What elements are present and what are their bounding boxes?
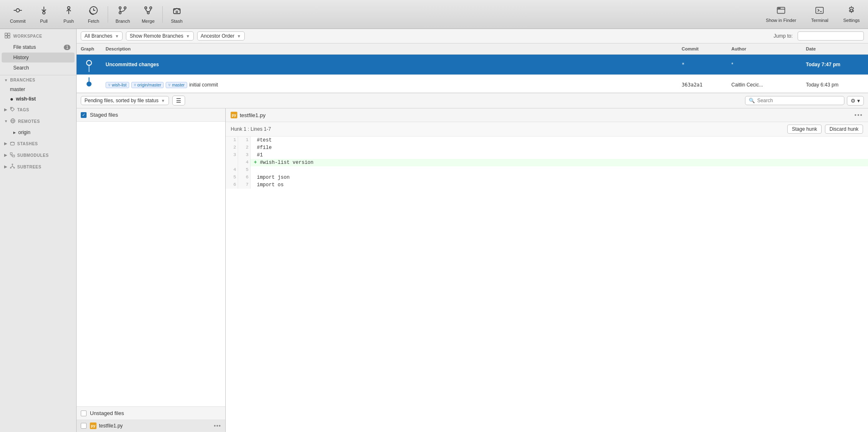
list-item[interactable]: py testfile1.py ••• xyxy=(77,420,225,432)
hunk-label: Hunk 1 : Lines 1-7 xyxy=(231,126,784,132)
line-code: #1 xyxy=(251,151,868,159)
jump-to-label: Jump to: xyxy=(774,33,793,39)
branches-header[interactable]: ▼ BRANCHES xyxy=(0,75,76,85)
unstaged-checkbox[interactable] xyxy=(81,410,87,416)
diff-line: 5 6 import json xyxy=(226,174,868,181)
finder-icon xyxy=(776,6,786,17)
sidebar-item-search[interactable]: Search xyxy=(2,63,75,73)
new-line-num: 2 xyxy=(238,144,251,151)
toolbar: Commit Pull Push xyxy=(0,0,868,29)
subtrees-header[interactable]: ▶ SUBTREES xyxy=(0,161,76,173)
svg-point-9 xyxy=(124,7,126,9)
merge-icon xyxy=(143,5,153,18)
jump-to-input[interactable] xyxy=(798,31,864,41)
date-1: Today 6:43 pm xyxy=(802,75,868,93)
discard-hunk-button[interactable]: Discard hunk xyxy=(825,125,863,134)
unstaged-header: Unstaged files xyxy=(77,406,225,420)
origin-expand: ▶ xyxy=(13,131,16,134)
file-status-label: File status xyxy=(13,44,36,50)
header-description: Description xyxy=(101,45,678,53)
submodules-section: ▶ SUBMODULES xyxy=(0,149,76,161)
search-input[interactable] xyxy=(757,98,841,103)
table-row[interactable]: ⑂ wish-list ⑂ origin/master ⑂ master ini… xyxy=(77,75,868,93)
stashes-header[interactable]: ▶ STASHES xyxy=(0,138,76,149)
date-0: Today 7:47 pm xyxy=(802,55,868,74)
branches-chevron: ▼ xyxy=(4,78,8,82)
unstaged-label: Unstaged files xyxy=(90,410,124,416)
initial-commit-label: initial commit xyxy=(189,82,218,88)
file-status-badge: 1 xyxy=(64,45,70,50)
subtrees-label: SUBTREES xyxy=(17,165,41,169)
terminal-button[interactable]: Terminal xyxy=(807,4,833,24)
content-area: All Branches ▼ Show Remote Branches ▼ An… xyxy=(77,29,868,432)
diff-line: 4 5 xyxy=(226,166,868,174)
workspace-icon xyxy=(4,32,11,40)
svg-point-10 xyxy=(119,12,121,14)
file-checkbox[interactable] xyxy=(81,423,87,429)
main-layout: WORKSPACE File status 1 History Search ▼… xyxy=(0,29,868,432)
branches-section: ▼ BRANCHES master ● wish-list xyxy=(0,75,76,104)
ancestor-order-select[interactable]: Ancestor Order ▼ xyxy=(197,31,245,41)
fetch-button[interactable]: Fetch xyxy=(81,3,106,26)
show-in-finder-button[interactable]: Show in Finder xyxy=(762,4,800,24)
line-code: import json xyxy=(251,174,868,181)
workspace-header: WORKSPACE xyxy=(0,29,76,42)
diff-hunk-header: Hunk 1 : Lines 1-7 Stage hunk Discard hu… xyxy=(226,122,868,137)
push-button[interactable]: Push xyxy=(56,3,81,26)
commit-button[interactable]: Commit xyxy=(4,3,31,26)
settings-label: Settings xyxy=(843,18,860,23)
push-icon xyxy=(64,5,74,18)
desc-cell-1: ⑂ wish-list ⑂ origin/master ⑂ master ini… xyxy=(101,75,678,93)
terminal-label: Terminal xyxy=(811,18,829,23)
active-branch-dot: ● xyxy=(10,96,13,102)
old-line-num: 4 xyxy=(226,166,238,174)
list-icon-button[interactable]: ☰ xyxy=(172,96,185,106)
svg-rect-35 xyxy=(12,155,14,157)
commit-table-header: Graph Description Commit Author Date xyxy=(77,43,868,55)
branch-item-master[interactable]: master xyxy=(0,85,76,94)
diff-menu-button[interactable]: ••• xyxy=(854,112,863,118)
diff-header: py testfile1.py ••• xyxy=(226,108,868,122)
settings-button[interactable]: Settings xyxy=(839,4,864,24)
svg-rect-26 xyxy=(8,33,10,35)
show-remote-branches-select[interactable]: Show Remote Branches ▼ xyxy=(126,31,193,41)
wish-list-label: wish-list xyxy=(16,96,36,102)
push-label: Push xyxy=(63,19,74,24)
stashes-label: STASHES xyxy=(17,142,38,146)
pending-arrow: ▼ xyxy=(161,98,165,103)
new-line-num: 6 xyxy=(238,174,251,181)
sidebar-item-origin[interactable]: ▶ origin xyxy=(2,127,75,137)
file-list-panel: ✓ Staged files Unstaged files py testfil… xyxy=(77,108,226,432)
branch-button[interactable]: Branch xyxy=(110,3,136,26)
branch-tag-wish-list: ⑂ wish-list xyxy=(106,82,129,88)
pending-files-select[interactable]: Pending files, sorted by file status ▼ xyxy=(81,96,169,105)
stash-button[interactable]: Stash xyxy=(164,3,189,26)
merge-button[interactable]: Merge xyxy=(136,3,161,26)
branch-name-master: master xyxy=(172,83,185,87)
tags-header[interactable]: ▶ TAGS xyxy=(0,104,76,115)
svg-point-39 xyxy=(10,167,11,168)
remotes-header[interactable]: ▼ REMOTES xyxy=(0,115,76,127)
stage-hunk-button[interactable]: Stage hunk xyxy=(787,125,822,134)
plus-sign: + xyxy=(254,160,257,166)
old-line-num: 5 xyxy=(226,174,238,181)
submodules-header[interactable]: ▶ SUBMODULES xyxy=(0,149,76,161)
all-branches-select[interactable]: All Branches ▼ xyxy=(81,31,123,41)
commit-label: Commit xyxy=(10,19,26,24)
branch-icon xyxy=(118,5,128,18)
table-row[interactable]: Uncommitted changes * * Today 7:47 pm xyxy=(77,55,868,75)
subtrees-section: ▶ SUBTREES xyxy=(0,161,76,173)
line-code: #file xyxy=(251,144,868,151)
sidebar-item-file-status[interactable]: File status 1 xyxy=(2,42,75,52)
staged-checkbox[interactable]: ✓ xyxy=(81,112,87,118)
old-line-num: 6 xyxy=(226,181,238,189)
branch-item-wish-list[interactable]: ● wish-list xyxy=(0,94,76,104)
pull-button[interactable]: Pull xyxy=(31,3,56,26)
sidebar: WORKSPACE File status 1 History Search ▼… xyxy=(0,29,77,432)
diff-line: 4 + #wish-list version xyxy=(226,159,868,166)
svg-point-13 xyxy=(149,7,152,9)
sidebar-item-history[interactable]: History xyxy=(2,53,75,62)
gear-button[interactable]: ⚙ ▾ xyxy=(847,96,864,106)
stashes-section: ▶ STASHES xyxy=(0,138,76,149)
file-options-button[interactable]: ••• xyxy=(214,422,221,429)
